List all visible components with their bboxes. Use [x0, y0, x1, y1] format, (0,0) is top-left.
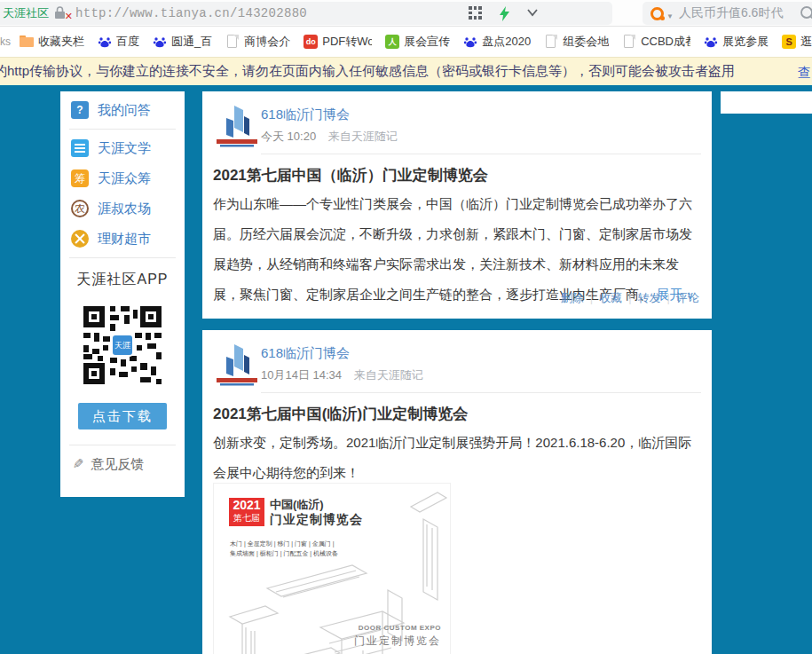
- address-field[interactable]: 天涯社区 ✕ http://www.tianya.cn/143202880: [0, 2, 612, 25]
- bookmark-item-baidu[interactable]: 百度: [98, 34, 139, 50]
- engine-dropdown-caret-icon[interactable]: ▼: [666, 12, 674, 20]
- pencil-icon: ✎: [73, 456, 84, 472]
- qr-scan-icon[interactable]: [469, 6, 483, 20]
- action-link[interactable]: 转发: [638, 291, 661, 304]
- chevron-down-icon[interactable]: [526, 6, 540, 20]
- security-warning-bar: 的http传输协议，与你建立的连接不安全，请勿在页面内输入任何敏感信息（密码或银…: [0, 57, 812, 85]
- post-card: 618临沂门博会 10月14日 14:34 来自天涯随记 2021第七届中国(临…: [202, 330, 712, 654]
- sidebar-item-label: 理财超市: [98, 231, 151, 248]
- logo-dot: [660, 16, 665, 20]
- pdf-converter-icon: do: [304, 35, 318, 49]
- sidebar-item-literature[interactable]: 天涯文学: [60, 133, 185, 163]
- farm-icon: 农: [71, 200, 89, 217]
- book-icon: [71, 139, 89, 157]
- bookmark-item-zuweihui[interactable]: 组委会地: [544, 34, 609, 50]
- bookmark-item-pandian[interactable]: 盘点2020: [463, 34, 531, 50]
- app-promo-title: 天涯社区APP: [60, 271, 185, 289]
- question-icon: ?: [71, 101, 89, 119]
- action-link[interactable]: 评论: [676, 291, 699, 304]
- post-time: 10月14日 14:34: [261, 368, 342, 382]
- baidu-paw-icon: [463, 35, 477, 49]
- post-title: 2021第七届中国（临沂）门业定制博览会: [213, 165, 488, 185]
- coin-icon: [71, 230, 89, 248]
- insecure-lock-icon[interactable]: ✕: [54, 6, 68, 20]
- url-text[interactable]: http://www.tianya.cn/143202880: [75, 6, 307, 20]
- post-source: 来自天涯随记: [328, 130, 398, 143]
- poster-title: 中国(临沂) 门业定制博览会: [270, 498, 363, 527]
- post-body: 创新求变，定制秀场。2021临沂门业定制展强势开局！2021.6.18-6.20…: [213, 428, 703, 488]
- avatar[interactable]: [213, 102, 261, 150]
- sidebar-item-crowdfunding[interactable]: 筹 天涯众筹: [60, 163, 185, 193]
- sidebar-item-label: 涯叔农场: [98, 201, 151, 217]
- action-link[interactable]: 删除: [561, 291, 584, 304]
- bookmark-overflow-label: ks: [0, 35, 11, 48]
- browser-address-bar: 天涯社区 ✕ http://www.tianya.cn/143202880 ▼ …: [0, 0, 812, 27]
- poster-year-badge: 2021 第七届: [229, 498, 264, 526]
- page-icon: [544, 35, 558, 49]
- page-icon: [622, 35, 636, 49]
- sidebar: ? 我的问答 天涯文学 筹 天涯众筹 农 涯叔农场 理财超市 天涯社区APP: [60, 91, 185, 497]
- post-card: 618临沂门博会 今天 10:20 来自天涯随记 2021第七届中国（临沂）门业…: [202, 91, 712, 319]
- avatar[interactable]: [213, 341, 261, 389]
- bookmark-item-favorites[interactable]: 收藏夹栏: [20, 34, 84, 50]
- baidu-paw-icon: [153, 35, 167, 49]
- app-qr-code: 天涯: [80, 303, 165, 388]
- sidebar-item-label: 天涯众筹: [98, 170, 151, 187]
- expo-site-icon: 人: [385, 35, 399, 49]
- poster-header: 2021 第七届 中国(临沂) 门业定制博览会: [229, 498, 363, 527]
- search-engine-logo-icon[interactable]: [650, 7, 664, 20]
- bookmark-item-shangbohui[interactable]: 商博会介: [225, 34, 290, 50]
- divider: [69, 257, 176, 258]
- action-link[interactable]: 收藏: [599, 291, 622, 304]
- warning-text: 的http传输协议，与你建立的连接不安全，请勿在页面内输入任何敏感信息（密码或银…: [0, 63, 735, 80]
- tianya-app-logo: 天涯: [111, 334, 134, 357]
- poster-categories: 木门 | 全屋定制 | 移门 | 门窗 | 金属门 | 集成墙面 | 橱柜门 |…: [230, 539, 338, 558]
- bookmark-item-pdf-word[interactable]: do PDF转Wor: [304, 34, 372, 50]
- post-source: 来自天涯随记: [354, 368, 423, 382]
- sidebar-item-my-qa[interactable]: ? 我的问答: [60, 95, 185, 125]
- sidebar-menu: ? 我的问答 天涯文学 筹 天涯众筹 农 涯叔农场 理财超市: [60, 91, 185, 254]
- lightning-icon[interactable]: [499, 6, 513, 20]
- poster-footer: DOOR CUSTOM EXPO 门业定制博览会: [354, 624, 441, 649]
- lock-x-mark: ✕: [65, 11, 73, 22]
- divider: [261, 392, 701, 393]
- bookmark-item-guangzhanhui[interactable]: S 逛展会到: [782, 34, 812, 50]
- post-author-link[interactable]: 618临沂门博会: [261, 106, 350, 123]
- divider: [261, 154, 701, 154]
- post-author-link[interactable]: 618临沂门博会: [261, 345, 350, 362]
- post-title: 2021第七届中国(临沂)门业定制博览会: [213, 404, 468, 424]
- crowdfund-icon: 筹: [71, 169, 89, 187]
- expo-poster-image[interactable]: 2021 第七届 中国(临沂) 门业定制博览会 木门 | 全屋定制 | 移门 |…: [213, 483, 451, 654]
- bookmark-item-yuantong[interactable]: 圆通_百: [153, 34, 212, 50]
- divider: [69, 129, 176, 130]
- baidu-paw-icon: [98, 35, 112, 49]
- warning-detail-link[interactable]: 查: [798, 65, 811, 82]
- tianya-page-background: ? 我的问答 天涯文学 筹 天涯众筹 农 涯叔农场 理财超市 天涯社区APP: [0, 85, 812, 654]
- sogou-s-icon: S: [782, 35, 796, 49]
- post-actions: 删除|收藏|转发|评论: [561, 290, 699, 306]
- feedback-link[interactable]: ✎ 意见反馈: [60, 449, 185, 479]
- sidebar-item-finance[interactable]: 理财超市: [60, 224, 185, 254]
- bookmark-item-expo-promo[interactable]: 人 展会宣传: [385, 34, 450, 50]
- post-meta: 今天 10:20 来自天涯随记: [261, 129, 398, 145]
- bookmark-item-ccbd[interactable]: CCBD成都: [622, 34, 690, 50]
- sidebar-item-farm[interactable]: 农 涯叔农场: [60, 193, 185, 224]
- magnifier-icon[interactable]: [800, 5, 812, 20]
- sidebar-item-label: 天涯文学: [98, 140, 151, 157]
- post-time: 今天 10:20: [261, 130, 316, 143]
- page-top-right-panel: [721, 91, 812, 114]
- search-input[interactable]: ▼ 人民币升值6.6时代: [643, 2, 812, 25]
- folder-icon: [20, 35, 34, 49]
- feedback-label: 意见反馈: [91, 456, 145, 473]
- page-icon: [225, 35, 240, 49]
- site-name-label: 天涯社区: [3, 5, 49, 21]
- download-app-button[interactable]: 点击下载: [78, 403, 167, 429]
- baidu-paw-icon: [704, 35, 718, 49]
- divider: [69, 445, 176, 445]
- post-meta: 10月14日 14:34 来自天涯随记: [261, 367, 423, 383]
- bookmark-item-zhanlan[interactable]: 展览参展: [704, 34, 769, 50]
- sidebar-item-label: 我的问答: [98, 102, 151, 119]
- search-hot-text[interactable]: 人民币升值6.6时代: [679, 5, 783, 21]
- bookmarks-bar: ks 收藏夹栏 百度 圆通_百 商博会介 do PDF转Wor 人 展会宣传 盘…: [0, 27, 812, 57]
